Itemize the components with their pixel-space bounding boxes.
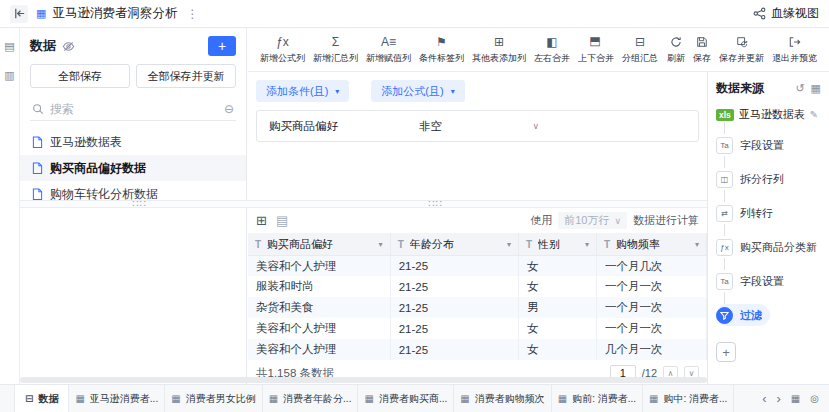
tab-mid-purchase[interactable]: ▦ 购中: 消费者...	[643, 385, 734, 412]
add-assign-column-button[interactable]: A≡ 新增赋值列	[363, 35, 414, 65]
step-list-view-icon[interactable]: ▦	[811, 82, 821, 95]
search-input[interactable]	[50, 102, 218, 116]
step-filter[interactable]: 过滤	[716, 304, 770, 326]
step-field-settings[interactable]: Ta 字段设置	[716, 134, 821, 156]
fx-icon: ƒx	[276, 35, 289, 49]
lineage-view-label: 血缘视图	[771, 5, 819, 22]
splitter-handle[interactable]: ∷∷	[132, 199, 147, 209]
tab-pre-purchase[interactable]: ▦ 购前: 消费者...	[552, 385, 643, 412]
document-tab[interactable]: ▦ 亚马逊消费者洞察分析 ⋮	[36, 5, 201, 22]
step-transpose[interactable]: ⇄ 列转行	[716, 202, 821, 224]
toolbar-right-group: 刷新 保存 保存并更新 退出并预览	[663, 35, 821, 65]
eye-off-icon[interactable]	[62, 40, 75, 53]
tab-amazon-consumer[interactable]: ▦ 亚马逊消费者...	[69, 385, 165, 412]
splitter-handle[interactable]: ∷∷	[428, 199, 443, 209]
column-header[interactable]: T购买商品偏好▾	[248, 233, 390, 255]
tab-gender-ratio[interactable]: ▦ 消费者男女比例	[165, 385, 262, 412]
source-table-item[interactable]: xls 亚马逊数据表 ✎	[716, 107, 821, 122]
group-icon: ⊟	[635, 35, 645, 49]
chevron-down-icon: ▾	[379, 240, 383, 249]
merge-top-bottom-button[interactable]: ◧ 上下合并	[575, 35, 617, 65]
tab-age-distribution[interactable]: ▦ 消费者年龄分...	[263, 385, 359, 412]
merge-left-right-button[interactable]: ◧ 左右合并	[531, 35, 573, 65]
tab-purchase-goods[interactable]: ▦ 消费者购买商...	[358, 385, 454, 412]
header-row: T购买商品偏好▾ T年龄分布▾ T性别▾ T购物频率▾	[248, 233, 707, 255]
table-cell: 一个月一次	[596, 297, 706, 318]
table-cell: 21-25	[390, 318, 518, 339]
step-formula-column[interactable]: ƒx 购买商品分类新	[716, 236, 821, 258]
usage-suffix: 数据进行计算	[633, 213, 699, 228]
save-all-update-button[interactable]: 全部保存并更新	[136, 64, 236, 88]
pin-panel-icon[interactable]: ▥	[4, 69, 14, 82]
condition-field-name: 购买商品偏好	[269, 119, 419, 134]
add-summary-column-button[interactable]: Σ 新增汇总列	[310, 35, 361, 65]
column-header[interactable]: T性别▾	[519, 233, 597, 255]
panel-toggle-icon[interactable]: ▤	[4, 40, 14, 53]
lineage-view-button[interactable]: 血缘视图	[753, 5, 819, 22]
tab-shopping-frequency[interactable]: ▦ 消费者购物频次	[454, 385, 551, 412]
dataset-list: 亚马逊数据表 购买商品偏好数据 购物车转化分析数据	[20, 125, 246, 207]
column-header[interactable]: T购物频率▾	[596, 233, 706, 255]
column-header[interactable]: T年龄分布▾	[390, 233, 518, 255]
fx-icon: ƒx	[716, 239, 733, 256]
other-table-column-button[interactable]: ⊞ 其他表添加列	[469, 35, 529, 65]
group-summary-button[interactable]: ⊟ 分组汇总	[619, 35, 661, 65]
step-field-settings-2[interactable]: Ta 字段设置	[716, 270, 821, 292]
tab-data[interactable]: ⊟ 数据	[14, 385, 69, 412]
save-icon	[696, 35, 708, 49]
back-button[interactable]	[10, 5, 28, 23]
list-item-purchase-preference[interactable]: 购买商品偏好数据	[20, 155, 246, 181]
add-formula-column-button[interactable]: ƒx 新增公式列	[257, 35, 308, 65]
table-cell: 杂货和美食	[248, 297, 390, 318]
condition-tag-column-button[interactable]: ⚑ 条件标签列	[416, 35, 467, 65]
refresh-button[interactable]: 刷新	[664, 35, 688, 65]
add-formula-button[interactable]: 添加公式(且) ▾	[371, 80, 464, 102]
save-buttons-row: 全部保存 全部保存并更新	[20, 62, 246, 96]
condition-operator-select[interactable]: 非空 ∨	[419, 119, 539, 134]
filter-condition-row: 购买商品偏好 非空 ∨	[256, 110, 699, 142]
sheet-icon: ▦	[364, 393, 373, 404]
chevron-right-icon[interactable]: ›	[776, 392, 780, 405]
more-icon[interactable]: ⋮	[183, 7, 201, 21]
refresh-icon	[670, 35, 682, 49]
add-step-button[interactable]: +	[716, 342, 736, 362]
table-cell: 美容和个人护理	[248, 318, 390, 339]
horizontal-scrollbar[interactable]	[20, 377, 707, 383]
data-panel-header: 数据 +	[20, 28, 246, 62]
text-type-icon: T	[398, 239, 404, 250]
transpose-icon: ⇄	[716, 205, 733, 222]
horizontal-splitter[interactable]: ∷∷ ∷∷	[20, 200, 707, 208]
table-cell: 21-25	[390, 276, 518, 297]
save-button[interactable]: 保存	[690, 35, 714, 65]
exit-and-preview-button[interactable]: 退出并预览	[769, 35, 820, 65]
add-condition-button[interactable]: 添加条件(且) ▾	[256, 80, 349, 102]
split-columns-icon: ◫	[716, 171, 733, 188]
history-icon[interactable]: ↺	[795, 82, 804, 95]
merge-tb-icon: ◧	[589, 36, 603, 47]
source-table-name: 亚马逊数据表	[739, 107, 805, 122]
table-cell: 21-25	[390, 339, 518, 360]
step-split-columns[interactable]: ◫ 拆分行列	[716, 168, 821, 190]
list-item-amazon-table[interactable]: 亚马逊数据表	[20, 129, 246, 155]
table-cell: 一个月几次	[596, 255, 706, 276]
table-cell: 几个月一次	[596, 339, 706, 360]
save-all-button[interactable]: 全部保存	[30, 64, 130, 88]
save-update-icon	[736, 35, 748, 49]
document-icon	[32, 136, 43, 149]
funnel-icon	[716, 307, 733, 324]
collapse-all-icon[interactable]: ⊖	[224, 102, 234, 116]
chevron-left-icon[interactable]: ‹	[762, 392, 766, 405]
grid-view-icon[interactable]: ⊞	[256, 213, 267, 228]
row-limit-select[interactable]: 前10万行 ∨	[558, 212, 627, 229]
row-view-icon[interactable]: ▤	[276, 213, 288, 228]
list-item-label: 亚马逊数据表	[50, 134, 122, 151]
overview-icon[interactable]: ◎	[810, 393, 819, 404]
field-settings-icon: Ta	[716, 273, 733, 290]
tab-list-icon[interactable]: ▦	[791, 393, 800, 404]
sheet-icon: ▦	[649, 393, 658, 404]
add-dataset-button[interactable]: +	[208, 36, 236, 56]
table-cell: 服装和时尚	[248, 276, 390, 297]
text-type-icon: T	[604, 239, 610, 250]
table-cell: 女	[519, 339, 597, 360]
save-and-update-button[interactable]: 保存并更新	[716, 35, 767, 65]
